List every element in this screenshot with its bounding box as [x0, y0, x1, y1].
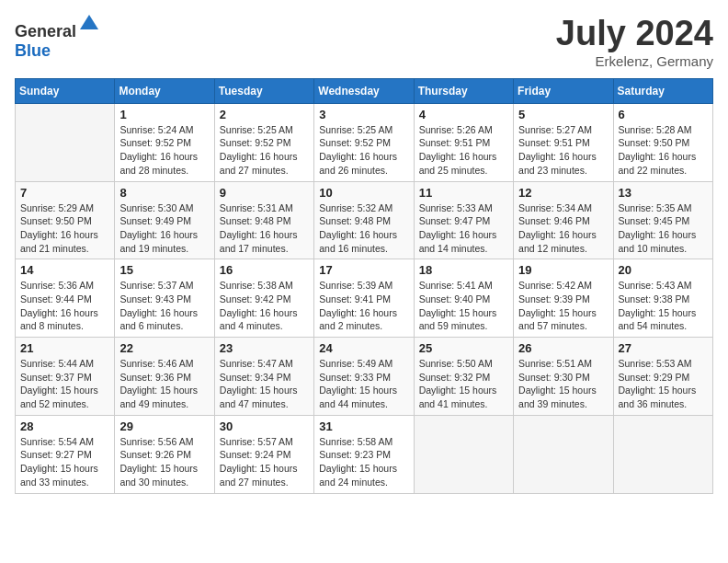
day-number: 5	[518, 108, 608, 121]
day-info: Sunrise: 5:58 AMSunset: 9:23 PMDaylight:…	[319, 435, 408, 489]
calendar-cell: 3Sunrise: 5:25 AMSunset: 9:52 PMDaylight…	[314, 103, 414, 181]
calendar-cell: 29Sunrise: 5:56 AMSunset: 9:26 PMDayligh…	[115, 415, 214, 493]
day-info: Sunrise: 5:28 AMSunset: 9:50 PMDaylight:…	[619, 123, 708, 178]
calendar-cell: 25Sunrise: 5:50 AMSunset: 9:32 PMDayligh…	[414, 338, 513, 416]
day-info: Sunrise: 5:44 AMSunset: 9:37 PMDaylight:…	[20, 357, 109, 411]
calendar-cell: 4Sunrise: 5:26 AMSunset: 9:51 PMDaylight…	[414, 103, 513, 181]
logo-blue: Blue	[15, 41, 51, 60]
day-number: 4	[419, 108, 508, 121]
calendar-week-row: 7Sunrise: 5:29 AMSunset: 9:50 PMDaylight…	[16, 181, 713, 259]
day-number: 18	[419, 263, 508, 277]
day-info: Sunrise: 5:27 AMSunset: 9:51 PMDaylight:…	[518, 123, 608, 178]
day-number: 12	[518, 186, 608, 200]
calendar-cell: 12Sunrise: 5:34 AMSunset: 9:46 PMDayligh…	[514, 181, 613, 259]
day-number: 2	[220, 108, 309, 121]
location-subtitle: Erkelenz, Germany	[556, 53, 713, 69]
day-info: Sunrise: 5:50 AMSunset: 9:32 PMDaylight:…	[419, 357, 508, 411]
calendar-cell: 20Sunrise: 5:43 AMSunset: 9:38 PMDayligh…	[613, 259, 712, 338]
day-info: Sunrise: 5:42 AMSunset: 9:39 PMDaylight:…	[518, 279, 608, 333]
day-info: Sunrise: 5:57 AMSunset: 9:24 PMDaylight:…	[220, 435, 309, 489]
calendar-cell: 28Sunrise: 5:54 AMSunset: 9:27 PMDayligh…	[16, 415, 115, 493]
page-header: General Blue July 2024 Erkelenz, Germany	[15, 15, 713, 69]
day-info: Sunrise: 5:56 AMSunset: 9:26 PMDaylight:…	[119, 435, 209, 489]
day-number: 7	[20, 186, 109, 200]
calendar-cell: 21Sunrise: 5:44 AMSunset: 9:37 PMDayligh…	[16, 338, 115, 416]
day-number: 26	[518, 341, 608, 355]
day-info: Sunrise: 5:51 AMSunset: 9:30 PMDaylight:…	[518, 357, 608, 411]
day-info: Sunrise: 5:31 AMSunset: 9:48 PMDaylight:…	[220, 201, 309, 256]
day-number: 21	[20, 341, 109, 355]
calendar-cell: 11Sunrise: 5:33 AMSunset: 9:47 PMDayligh…	[414, 181, 513, 259]
calendar-cell: 2Sunrise: 5:25 AMSunset: 9:52 PMDaylight…	[214, 103, 313, 181]
day-info: Sunrise: 5:41 AMSunset: 9:40 PMDaylight:…	[419, 279, 508, 333]
calendar-cell: 30Sunrise: 5:57 AMSunset: 9:24 PMDayligh…	[214, 415, 313, 493]
day-number: 24	[319, 341, 408, 355]
calendar-table: SundayMondayTuesdayWednesdayThursdayFrid…	[15, 78, 713, 494]
day-info: Sunrise: 5:30 AMSunset: 9:49 PMDaylight:…	[119, 201, 209, 256]
day-info: Sunrise: 5:25 AMSunset: 9:52 PMDaylight:…	[319, 123, 408, 178]
calendar-week-row: 21Sunrise: 5:44 AMSunset: 9:37 PMDayligh…	[16, 338, 713, 416]
calendar-cell: 1Sunrise: 5:24 AMSunset: 9:52 PMDaylight…	[115, 103, 214, 181]
calendar-cell: 13Sunrise: 5:35 AMSunset: 9:45 PMDayligh…	[613, 181, 712, 259]
day-info: Sunrise: 5:33 AMSunset: 9:47 PMDaylight:…	[419, 201, 508, 256]
calendar-cell: 14Sunrise: 5:36 AMSunset: 9:44 PMDayligh…	[16, 259, 115, 338]
day-info: Sunrise: 5:26 AMSunset: 9:51 PMDaylight:…	[419, 123, 508, 178]
calendar-cell: 27Sunrise: 5:53 AMSunset: 9:29 PMDayligh…	[613, 338, 712, 416]
weekday-header: Sunday	[16, 78, 115, 103]
day-info: Sunrise: 5:39 AMSunset: 9:41 PMDaylight:…	[319, 279, 408, 333]
day-number: 15	[119, 263, 209, 277]
weekday-header: Wednesday	[314, 78, 414, 103]
calendar-cell: 17Sunrise: 5:39 AMSunset: 9:41 PMDayligh…	[314, 259, 414, 338]
calendar-cell: 15Sunrise: 5:37 AMSunset: 9:43 PMDayligh…	[115, 259, 214, 338]
day-number: 1	[119, 108, 209, 121]
calendar-cell: 10Sunrise: 5:32 AMSunset: 9:48 PMDayligh…	[314, 181, 414, 259]
calendar-week-row: 1Sunrise: 5:24 AMSunset: 9:52 PMDaylight…	[16, 103, 713, 181]
calendar-cell: 5Sunrise: 5:27 AMSunset: 9:51 PMDaylight…	[514, 103, 613, 181]
day-number: 23	[220, 341, 309, 355]
logo-icon	[78, 13, 100, 35]
svg-marker-0	[80, 15, 98, 29]
calendar-cell: 16Sunrise: 5:38 AMSunset: 9:42 PMDayligh…	[214, 259, 313, 338]
weekday-header: Friday	[514, 78, 613, 103]
day-number: 9	[220, 186, 309, 200]
day-number: 8	[119, 186, 209, 200]
day-info: Sunrise: 5:38 AMSunset: 9:42 PMDaylight:…	[220, 279, 309, 333]
day-info: Sunrise: 5:54 AMSunset: 9:27 PMDaylight:…	[20, 435, 109, 489]
day-number: 19	[518, 263, 608, 277]
day-number: 30	[220, 419, 309, 433]
day-number: 13	[619, 186, 708, 200]
calendar-cell: 7Sunrise: 5:29 AMSunset: 9:50 PMDaylight…	[16, 181, 115, 259]
weekday-header: Thursday	[414, 78, 513, 103]
calendar-cell	[613, 415, 712, 493]
day-number: 20	[619, 263, 708, 277]
day-number: 17	[319, 263, 408, 277]
weekday-header: Saturday	[613, 78, 712, 103]
day-number: 29	[119, 419, 209, 433]
calendar-cell: 31Sunrise: 5:58 AMSunset: 9:23 PMDayligh…	[314, 415, 414, 493]
day-number: 22	[119, 341, 209, 355]
calendar-cell: 8Sunrise: 5:30 AMSunset: 9:49 PMDaylight…	[115, 181, 214, 259]
title-area: July 2024 Erkelenz, Germany	[556, 15, 713, 69]
day-info: Sunrise: 5:35 AMSunset: 9:45 PMDaylight:…	[619, 201, 708, 256]
calendar-cell: 24Sunrise: 5:49 AMSunset: 9:33 PMDayligh…	[314, 338, 414, 416]
day-info: Sunrise: 5:53 AMSunset: 9:29 PMDaylight:…	[619, 357, 708, 411]
day-info: Sunrise: 5:32 AMSunset: 9:48 PMDaylight:…	[319, 201, 408, 256]
day-number: 28	[20, 419, 109, 433]
calendar-cell: 26Sunrise: 5:51 AMSunset: 9:30 PMDayligh…	[514, 338, 613, 416]
day-info: Sunrise: 5:36 AMSunset: 9:44 PMDaylight:…	[20, 279, 109, 333]
day-info: Sunrise: 5:24 AMSunset: 9:52 PMDaylight:…	[119, 123, 209, 178]
day-info: Sunrise: 5:25 AMSunset: 9:52 PMDaylight:…	[220, 123, 309, 178]
calendar-week-row: 14Sunrise: 5:36 AMSunset: 9:44 PMDayligh…	[16, 259, 713, 338]
day-info: Sunrise: 5:46 AMSunset: 9:36 PMDaylight:…	[119, 357, 209, 411]
logo-text: General Blue	[15, 15, 100, 61]
calendar-cell: 6Sunrise: 5:28 AMSunset: 9:50 PMDaylight…	[613, 103, 712, 181]
day-number: 14	[20, 263, 109, 277]
day-number: 11	[419, 186, 508, 200]
calendar-cell	[514, 415, 613, 493]
day-number: 27	[619, 341, 708, 355]
day-info: Sunrise: 5:37 AMSunset: 9:43 PMDaylight:…	[119, 279, 209, 333]
calendar-cell: 18Sunrise: 5:41 AMSunset: 9:40 PMDayligh…	[414, 259, 513, 338]
calendar-week-row: 28Sunrise: 5:54 AMSunset: 9:27 PMDayligh…	[16, 415, 713, 493]
calendar-cell	[414, 415, 513, 493]
calendar-cell: 19Sunrise: 5:42 AMSunset: 9:39 PMDayligh…	[514, 259, 613, 338]
